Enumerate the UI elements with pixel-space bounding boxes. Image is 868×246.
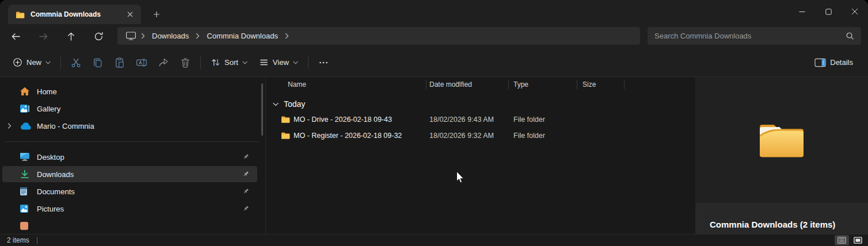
- refresh-button[interactable]: [90, 28, 107, 45]
- column-divider[interactable]: [508, 80, 509, 89]
- status-bar: 2 items: [0, 234, 868, 246]
- trash-icon: [180, 57, 191, 68]
- sidebar-scrollbar-thumb[interactable]: [261, 83, 263, 136]
- desktop-icon: [20, 152, 31, 162]
- up-button[interactable]: [62, 28, 79, 45]
- view-button-label: View: [273, 58, 289, 67]
- tab-commnia-downloads[interactable]: Commnia Downloads: [8, 5, 141, 24]
- sort-icon: [211, 57, 220, 67]
- file-row-mo-register[interactable]: MO - Register - 2026-02-18 09-32 18/02/2…: [266, 128, 695, 144]
- file-name[interactable]: MO - Drive - 2026-02-18 09-43: [294, 112, 392, 128]
- divider: [60, 56, 61, 69]
- pin-icon: [242, 153, 249, 160]
- close-button[interactable]: [842, 0, 868, 23]
- paste-button[interactable]: [109, 53, 131, 72]
- this-pc-icon[interactable]: [125, 31, 136, 41]
- new-button[interactable]: New: [7, 53, 56, 72]
- new-tab-button[interactable]: [150, 7, 163, 21]
- column-headers: Name Date modified Type Size: [266, 77, 695, 92]
- file-date-modified: 18/02/2026 9:43 AM: [429, 112, 494, 128]
- breadcrumb-item-downloads[interactable]: Downloads: [150, 32, 191, 40]
- file-type: File folder: [513, 128, 545, 144]
- documents-icon: [20, 187, 31, 196]
- new-button-label: New: [26, 58, 41, 67]
- column-header-type[interactable]: Type: [513, 77, 528, 92]
- pictures-icon: [20, 204, 31, 213]
- sidebar-item-gallery[interactable]: Gallery: [2, 101, 257, 117]
- details-pane-button[interactable]: Details: [809, 53, 859, 72]
- maximize-button[interactable]: [815, 0, 842, 23]
- minimize-icon: [799, 9, 805, 15]
- file-name[interactable]: MO - Register - 2026-02-18 09-32: [294, 128, 402, 144]
- large-thumbnails-view-icon: [854, 237, 862, 244]
- search-box[interactable]: [648, 27, 861, 45]
- sidebar-item-documents[interactable]: Documents: [2, 183, 257, 199]
- breadcrumb[interactable]: Downloads Commnia Downloads: [117, 27, 640, 45]
- large-thumbnails-view-toggle[interactable]: [851, 235, 865, 245]
- file-list: Name Date modified Type Size Today MO - …: [266, 77, 695, 234]
- onedrive-cloud-icon: [20, 122, 31, 130]
- group-header-today[interactable]: Today: [266, 97, 695, 112]
- sidebar-item-partial[interactable]: [2, 218, 257, 234]
- chevron-right-icon[interactable]: [196, 33, 200, 39]
- chevron-down-icon: [293, 61, 298, 64]
- back-button[interactable]: [7, 28, 24, 45]
- column-header-size[interactable]: Size: [583, 77, 596, 92]
- search-icon[interactable]: [846, 32, 854, 40]
- sidebar-item-label: Documents: [37, 187, 75, 196]
- column-divider[interactable]: [624, 80, 625, 89]
- divider: [308, 56, 309, 69]
- tab-close-icon[interactable]: [124, 8, 136, 21]
- up-icon: [66, 32, 76, 41]
- column-header-date-modified[interactable]: Date modified: [429, 77, 472, 92]
- sidebar-item-label: Desktop: [37, 153, 64, 162]
- new-plus-circle-icon: [13, 57, 22, 67]
- minimize-button[interactable]: [789, 0, 815, 23]
- cut-button[interactable]: [65, 53, 87, 72]
- more-options-button[interactable]: [313, 53, 334, 72]
- sort-button-label: Sort: [224, 58, 238, 67]
- cut-icon: [70, 57, 82, 68]
- file-explorer-window: Commnia Downloads: [0, 0, 868, 246]
- back-icon: [11, 32, 21, 41]
- column-divider[interactable]: [577, 80, 577, 89]
- pin-icon: [242, 188, 249, 195]
- sidebar-item-home[interactable]: Home: [2, 83, 257, 99]
- forward-icon: [39, 32, 48, 41]
- view-button[interactable]: View: [253, 53, 304, 72]
- sidebar-item-pictures[interactable]: Pictures: [2, 201, 257, 217]
- column-divider[interactable]: [426, 80, 427, 89]
- forward-button[interactable]: [35, 28, 52, 45]
- sidebar-item-downloads[interactable]: Downloads: [2, 166, 257, 182]
- group-label: Today: [284, 99, 305, 109]
- chevron-down-icon[interactable]: [273, 102, 279, 106]
- rename-icon: [136, 57, 147, 68]
- chevron-right-icon: [141, 33, 145, 39]
- delete-button[interactable]: [174, 53, 196, 72]
- item-count: 2 items: [7, 236, 29, 244]
- share-icon: [158, 57, 169, 68]
- sidebar-item-label: Pictures: [37, 205, 64, 213]
- copy-button[interactable]: [87, 53, 109, 72]
- column-header-name[interactable]: Name: [288, 77, 306, 92]
- share-button[interactable]: [153, 53, 174, 72]
- sidebar-item-onedrive-mario-commnia[interactable]: Mario - Commnia: [2, 118, 257, 134]
- sort-button[interactable]: Sort: [205, 53, 253, 72]
- preview-caption-strip: Commnia Downloads (2 items): [695, 203, 868, 234]
- breadcrumb-item-commnia-downloads[interactable]: Commnia Downloads: [204, 32, 280, 40]
- chevron-right-icon[interactable]: [7, 123, 12, 129]
- downloads-icon: [20, 170, 31, 179]
- sidebar-item-desktop[interactable]: Desktop: [2, 149, 257, 165]
- search-input[interactable]: [654, 32, 846, 40]
- preview-caption: Commnia Downloads (2 items): [710, 220, 835, 229]
- chevron-right-icon[interactable]: [285, 33, 289, 39]
- details-view-toggle[interactable]: [835, 235, 849, 245]
- navigation-bar: Downloads Commnia Downloads: [0, 24, 868, 48]
- sidebar-separator: [3, 141, 260, 142]
- plus-icon: [153, 11, 160, 18]
- file-row-mo-drive[interactable]: MO - Drive - 2026-02-18 09-43 18/02/2026…: [266, 112, 695, 128]
- rename-button[interactable]: [131, 53, 153, 72]
- folder-icon: [16, 11, 25, 18]
- file-date-modified: 18/02/2026 9:32 AM: [429, 128, 494, 144]
- copy-icon: [92, 57, 104, 68]
